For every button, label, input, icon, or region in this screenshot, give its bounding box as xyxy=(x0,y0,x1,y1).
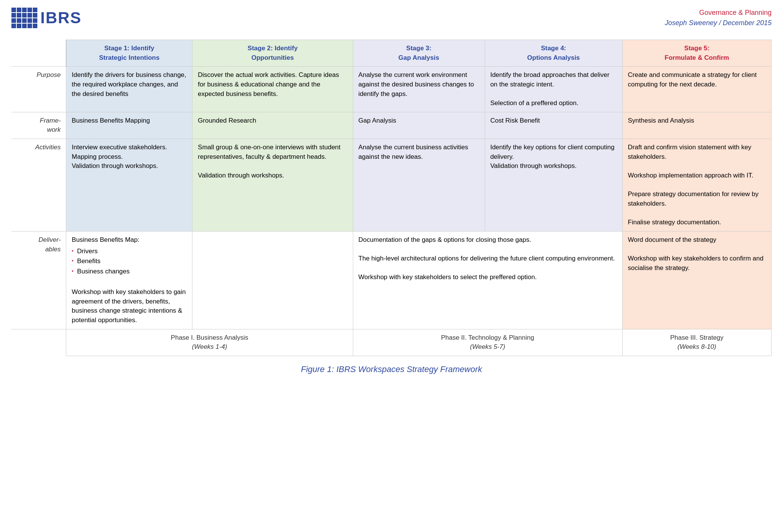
activities-label: Activities xyxy=(11,139,66,232)
phase2-label: Phase II. Technology & Planning xyxy=(359,333,617,343)
phase1-cell: Phase I. Business Analysis (Weeks 1-4) xyxy=(66,329,353,356)
purpose-s1: Identify the drivers for business change… xyxy=(66,67,192,112)
bullet-drivers: Drivers xyxy=(72,247,187,256)
activities-s2-text1: Small group & one-on-one interviews with… xyxy=(198,144,340,160)
activities-s5-t4: Finalise strategy documentation. xyxy=(628,219,721,226)
deliverables-s5-text2: Workshop with key stakeholders to confir… xyxy=(628,255,764,272)
activities-s5-t1: Draft and confirm vision statement with … xyxy=(628,144,751,160)
meta-line2: Joseph Sweeney / December 2015 xyxy=(665,18,772,28)
deliverables-s3s4: Documentation of the gaps & options for … xyxy=(353,231,622,329)
activities-row: Activities Interview executive stakehold… xyxy=(11,139,772,232)
phase-row: Phase I. Business Analysis (Weeks 1-4) P… xyxy=(11,329,772,356)
page-header: IBRS Governance & Planning Joseph Sweene… xyxy=(11,8,772,28)
deliverables-s1-text: Workshop with key stakeholders to gain a… xyxy=(72,288,186,324)
stage4-header: Stage 4:Options Analysis xyxy=(485,40,622,67)
purpose-s3: Analyse the current work environment aga… xyxy=(353,67,485,112)
label-empty xyxy=(11,40,66,67)
deliverables-s3-text1: Documentation of the gaps & options for … xyxy=(359,236,532,243)
phase3-cell: Phase III. Strategy (Weeks 8-10) xyxy=(622,329,771,356)
purpose-s5: Create and communicate a strategy for cl… xyxy=(622,67,771,112)
purpose-label: Purpose xyxy=(11,67,66,112)
stage1-header: Stage 1: IdentifyStrategic Intentions xyxy=(66,40,192,67)
deliverables-s1-bullets: Drivers Benefits Business changes xyxy=(72,247,187,276)
activities-s2: Small group & one-on-one interviews with… xyxy=(192,139,353,232)
header-meta: Governance & Planning Joseph Sweeney / D… xyxy=(665,8,772,28)
stage-header-row: Stage 1: IdentifyStrategic Intentions St… xyxy=(11,40,772,67)
stage2-header: Stage 2: IdentifyOpportunities xyxy=(192,40,353,67)
purpose-s4: Identify the broad approaches that deliv… xyxy=(485,67,622,112)
framework-row: Frame-work Business Benefits Mapping Gro… xyxy=(11,112,772,139)
framework-s4: Cost Risk Benefit xyxy=(485,112,622,139)
deliverables-s2 xyxy=(192,231,353,329)
activities-s4: Identify the key options for client comp… xyxy=(485,139,622,232)
activities-s5-t2: Workshop implementation approach with IT… xyxy=(628,172,753,179)
activities-s3: Analyse the current business activities … xyxy=(353,139,485,232)
stage3-header: Stage 3:Gap Analysis xyxy=(353,40,485,67)
activities-s4-text2: Validation through workshops. xyxy=(490,162,577,169)
framework-s3: Gap Analysis xyxy=(353,112,485,139)
phase1-label: Phase I. Business Analysis xyxy=(72,333,347,343)
figure-caption: Figure 1: IBRS Workspaces Strategy Frame… xyxy=(11,364,772,374)
phase1-weeks: (Weeks 1-4) xyxy=(72,342,347,352)
logo-text: IBRS xyxy=(40,9,82,27)
framework-s2: Grounded Research xyxy=(192,112,353,139)
purpose-s2: Discover the actual work activities. Cap… xyxy=(192,67,353,112)
strategy-table: Stage 1: IdentifyStrategic Intentions St… xyxy=(11,40,772,356)
phase2-weeks: (Weeks 5-7) xyxy=(359,342,617,352)
activities-s4-text1: Identify the key options for client comp… xyxy=(490,144,615,160)
activities-s1: Interview executive stakeholders.Mapping… xyxy=(66,139,192,232)
deliverables-s1-heading: Business Benefits Map: xyxy=(72,236,139,243)
stage5-header: Stage 5:Formulate & Confirm xyxy=(622,40,771,67)
meta-line1: Governance & Planning xyxy=(665,8,772,18)
phase3-weeks: (Weeks 8-10) xyxy=(628,342,766,352)
bullet-business-changes: Business changes xyxy=(72,267,187,276)
purpose-s4-text1: Identify the broad approaches that deliv… xyxy=(490,71,610,88)
deliverables-s1: Business Benefits Map: Drivers Benefits … xyxy=(66,231,192,329)
purpose-row: Purpose Identify the drivers for busines… xyxy=(11,67,772,112)
purpose-s4-text2: Selection of a preffered option. xyxy=(490,99,578,107)
framework-s1: Business Benefits Mapping xyxy=(66,112,192,139)
phase-empty xyxy=(11,329,66,356)
deliverables-s3-text2: The high-level architectural options for… xyxy=(359,255,615,262)
framework-s5: Synthesis and Analysis xyxy=(622,112,771,139)
framework-label: Frame-work xyxy=(11,112,66,139)
deliverables-row: Deliver-ables Business Benefits Map: Dri… xyxy=(11,231,772,329)
deliverables-s3-text3: Workshop with key stakeholders to select… xyxy=(359,273,537,281)
bullet-benefits: Benefits xyxy=(72,257,187,266)
deliverables-s5-text1: Word document of the strategy xyxy=(628,236,716,243)
logo: IBRS xyxy=(11,8,82,28)
activities-s5: Draft and confirm vision statement with … xyxy=(622,139,771,232)
activities-s5-t3: Prepare strategy documentation for revie… xyxy=(628,190,759,207)
phase2-cell: Phase II. Technology & Planning (Weeks 5… xyxy=(353,329,622,356)
activities-s1-text: Interview executive stakeholders.Mapping… xyxy=(72,144,167,169)
deliverables-label: Deliver-ables xyxy=(11,231,66,329)
activities-s2-text2: Validation through workshops. xyxy=(198,172,284,179)
phase3-label: Phase III. Strategy xyxy=(628,333,766,343)
deliverables-s5: Word document of the strategy Workshop w… xyxy=(622,231,771,329)
logo-grid xyxy=(11,8,37,28)
